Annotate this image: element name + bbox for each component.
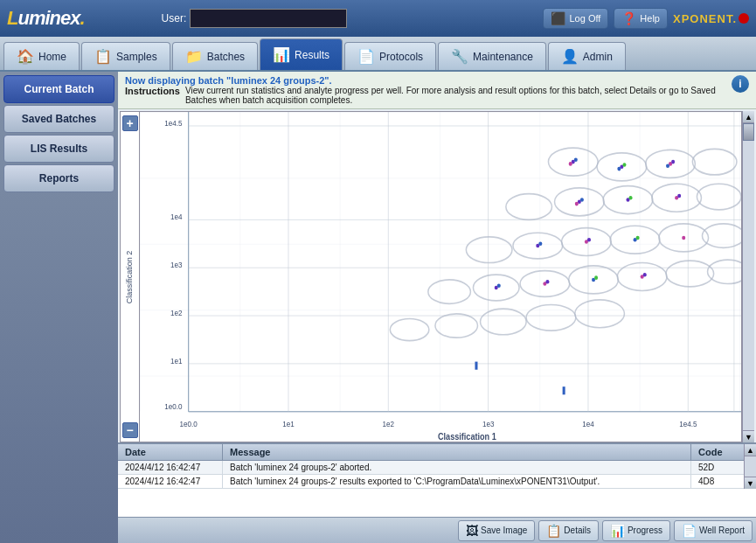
log-row: 2024/4/12 16:42:47 Batch 'luminex 24 gro…: [118, 461, 744, 475]
svg-point-86: [643, 273, 647, 277]
details-icon: 📋: [546, 524, 561, 538]
svg-text:1e4.5: 1e4.5: [164, 119, 182, 129]
user-area: User:: [162, 9, 348, 28]
svg-point-77: [636, 236, 640, 240]
svg-point-73: [538, 242, 542, 247]
progress-label: Progress: [628, 526, 662, 535]
xponent-logo: XPONENT.: [673, 12, 737, 25]
home-icon: 🏠: [17, 48, 34, 65]
chart-svg: 1e0.0 1e1 1e2 1e3 1e4 1e4.5: [140, 112, 741, 442]
batches-icon: 📁: [185, 48, 203, 65]
well-report-icon: 📄: [682, 524, 697, 538]
chart-scrollbar-v[interactable]: ▲ ▼: [742, 111, 754, 442]
log-cell-code-1: 52D: [691, 461, 744, 474]
bottom-toolbar: 🖼 Save Image 📋 Details 📊 Progress 📄 Well…: [118, 517, 756, 543]
zoom-out-button[interactable]: −: [122, 422, 138, 438]
tab-results-label: Results: [295, 49, 329, 61]
scroll-up-arrow[interactable]: ▲: [743, 111, 754, 123]
log-cell-date-2: 2024/4/12 16:42:47: [118, 475, 223, 488]
svg-text:1e2: 1e2: [383, 419, 395, 428]
log-cell-msg-1: Batch 'luminex 24 groups-2' aborted.: [223, 461, 691, 474]
sidebar-item-saved-batches[interactable]: Saved Batches: [3, 105, 114, 133]
svg-point-71: [677, 194, 681, 198]
log-header-code: Code: [691, 444, 744, 460]
chart-canvas: 1e0.0 1e1 1e2 1e3 1e4 1e4.5: [139, 111, 742, 442]
tab-home[interactable]: 🏠 Home: [3, 42, 80, 70]
svg-point-64: [666, 164, 669, 168]
tab-protocols[interactable]: 📄 Protocols: [344, 42, 436, 70]
user-input[interactable]: [190, 9, 347, 28]
svg-point-63: [671, 160, 675, 164]
sidebar-item-current-batch[interactable]: Current Batch: [3, 75, 114, 103]
tab-batches-label: Batches: [207, 51, 245, 63]
svg-text:1e4: 1e4: [582, 419, 594, 428]
log-table-content: Date Message Code 2024/4/12 16:42:47 Bat…: [118, 444, 744, 489]
svg-point-78: [682, 236, 685, 240]
log-scrollbar[interactable]: ▲ ▼: [744, 444, 756, 489]
nav-tabs: 🏠 Home 📋 Samples 📁 Batches 📊 Results 📄 P…: [0, 37, 756, 72]
header-buttons: ⬛ Log Off ❓ Help XPONENT.: [543, 8, 749, 29]
sidebar-item-reports[interactable]: Reports: [3, 164, 114, 192]
svg-rect-88: [563, 386, 565, 394]
help-button[interactable]: ❓ Help: [614, 8, 668, 29]
svg-rect-1: [140, 112, 741, 412]
svg-text:1e1: 1e1: [170, 356, 183, 365]
svg-rect-87: [475, 362, 477, 370]
log-scroll-down[interactable]: ▼: [745, 477, 756, 489]
save-image-icon: 🖼: [466, 524, 478, 538]
sidebar-item-lis-results[interactable]: LIS Results: [3, 135, 114, 163]
tab-protocols-label: Protocols: [379, 51, 423, 63]
log-cell-msg-2: Batch 'luminex 24 groups-2' results expo…: [223, 475, 691, 488]
maintenance-icon: 🔧: [451, 48, 468, 65]
svg-text:1e4.5: 1e4.5: [679, 419, 697, 428]
scroll-down-arrow[interactable]: ▼: [743, 430, 754, 442]
log-row: 2024/4/12 16:42:47 Batch 'luminex 24 gro…: [118, 475, 744, 489]
svg-text:1e0.0: 1e0.0: [180, 419, 198, 428]
scroll-thumb[interactable]: [743, 123, 754, 141]
progress-button[interactable]: 📊 Progress: [602, 520, 670, 541]
save-image-label: Save Image: [481, 526, 527, 535]
tab-results[interactable]: 📊 Results: [260, 38, 343, 70]
well-report-button[interactable]: 📄 Well Report: [674, 520, 753, 541]
user-label: User:: [162, 12, 187, 24]
zoom-in-button[interactable]: +: [122, 115, 138, 131]
scroll-track: [743, 123, 754, 430]
logout-icon: ⬛: [551, 11, 565, 25]
xponent-branding: XPONENT.: [673, 12, 749, 25]
log-cell-code-2: 4D8: [691, 475, 744, 488]
samples-icon: 📋: [94, 48, 112, 65]
log-header-date: Date: [118, 444, 223, 460]
tab-maintenance-label: Maintenance: [473, 51, 533, 63]
tab-samples[interactable]: 📋 Samples: [81, 42, 170, 70]
log-header-message: Message: [223, 444, 691, 460]
info-bar: Now displaying batch "luminex 24 groups-…: [118, 72, 756, 109]
info-button[interactable]: i: [732, 75, 749, 93]
y-axis-area: + Classification 2 −: [120, 111, 139, 442]
svg-point-57: [574, 158, 578, 163]
help-icon: ❓: [621, 11, 636, 25]
logout-button[interactable]: ⬛ Log Off: [543, 8, 608, 29]
svg-point-82: [545, 280, 549, 284]
batch-title: Now displaying batch "luminex 24 groups-…: [125, 75, 725, 86]
svg-point-66: [580, 198, 584, 202]
svg-point-80: [497, 283, 501, 288]
logo-text: Luminex.: [7, 7, 85, 30]
log-scroll-up[interactable]: ▲: [745, 444, 756, 456]
instructions-label: Instructions: [125, 86, 180, 96]
log-table-body: 2024/4/12 16:42:47 Batch 'luminex 24 gro…: [118, 461, 744, 489]
tab-maintenance[interactable]: 🔧 Maintenance: [438, 42, 546, 70]
instructions-text: View current run statistics and analyte …: [185, 86, 725, 105]
svg-point-60: [622, 163, 626, 167]
chart-area: + Classification 2 −: [120, 111, 754, 442]
well-report-label: Well Report: [699, 526, 745, 535]
save-image-button[interactable]: 🖼 Save Image: [458, 520, 535, 541]
tab-batches[interactable]: 📁 Batches: [172, 42, 258, 70]
svg-text:Classification 1: Classification 1: [438, 431, 496, 442]
log-cell-date-1: 2024/4/12 16:42:47: [118, 461, 223, 474]
svg-text:1e3: 1e3: [170, 261, 183, 270]
svg-text:1e1: 1e1: [282, 419, 295, 428]
admin-icon: 👤: [561, 48, 579, 65]
details-button[interactable]: 📋 Details: [538, 520, 599, 541]
tab-admin[interactable]: 👤 Admin: [548, 42, 626, 70]
svg-text:1e3: 1e3: [482, 419, 495, 428]
